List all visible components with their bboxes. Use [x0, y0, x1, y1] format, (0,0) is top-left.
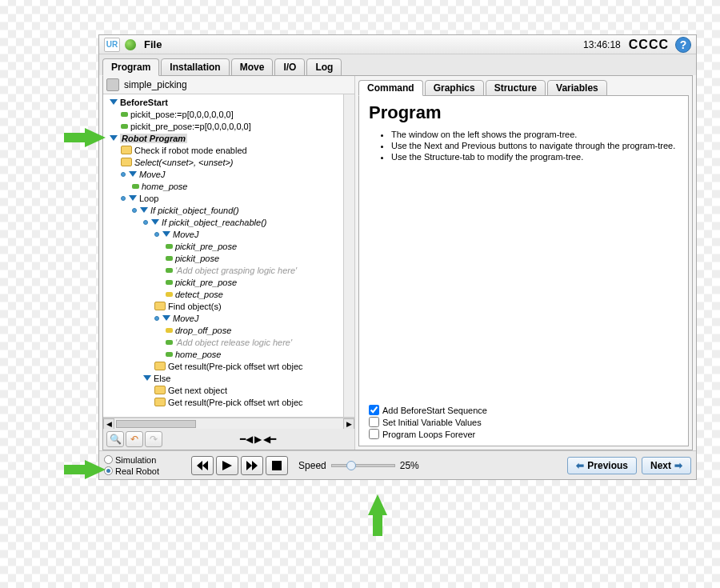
tree-row[interactable]: MoveJ	[103, 312, 354, 324]
tree-row[interactable]: Else	[103, 372, 354, 384]
stop-button[interactable]	[266, 456, 288, 475]
tree-row[interactable]: 'Add object release logic here'	[103, 336, 354, 348]
check-loops[interactable]: Program Loops Forever	[369, 429, 678, 439]
node-connector-icon	[154, 232, 159, 237]
folder-icon	[154, 302, 166, 310]
status-cccc: CCCC	[629, 38, 669, 52]
tree-row[interactable]: home_pose	[103, 348, 354, 360]
tab-io[interactable]: I/O	[274, 58, 305, 76]
disk-icon[interactable]	[106, 78, 119, 91]
tree-node-label: 'Add object grasping logic here'	[175, 266, 297, 275]
tab-installation[interactable]: Installation	[161, 58, 229, 76]
check-loops-box[interactable]	[369, 429, 379, 439]
folder-icon	[154, 398, 166, 406]
tree-row[interactable]: pickit_pose	[103, 252, 354, 264]
expand-icon	[140, 207, 148, 213]
hscroll-left-icon[interactable]: ◀	[103, 418, 114, 430]
tree-row[interactable]: Check if robot mode enabled	[103, 144, 354, 156]
radio-real-robot[interactable]: Real Robot	[104, 466, 159, 477]
program-tree[interactable]: BeforeStartpickit_pose:=p[0,0,0,0,0,0]pi…	[103, 94, 354, 418]
check-initial-label: Set Initial Variable Values	[382, 418, 482, 427]
check-beforestart[interactable]: Add BeforeStart Sequence	[369, 405, 678, 415]
hscroll-right-icon[interactable]: ▶	[343, 418, 354, 430]
expand-icon	[129, 171, 137, 177]
tree-row[interactable]: BeforeStart	[103, 96, 354, 108]
sub-tab-variables[interactable]: Variables	[547, 80, 607, 96]
waypoint-icon	[166, 340, 173, 345]
tree-row[interactable]: Get result(Pre-pick offset wrt objec	[103, 360, 354, 372]
annotation-arrow-3	[368, 494, 387, 515]
left-panel: simple_picking BeforeStartpickit_pose:=p…	[103, 76, 355, 450]
tree-node-label: 'Add object release logic here'	[175, 338, 292, 347]
rewind-button[interactable]	[191, 456, 214, 475]
annotation-arrow-1	[85, 128, 106, 147]
tree-row[interactable]: 'Add object grasping logic here'	[103, 264, 354, 276]
top-bar: UR File 13:46:18 CCCC ?	[99, 35, 696, 54]
play-button[interactable]	[216, 456, 238, 475]
globe-icon[interactable]	[125, 39, 136, 50]
next-button[interactable]: Next ➡	[642, 457, 691, 474]
sub-tab-structure[interactable]: Structure	[486, 80, 546, 96]
program-name-bar: simple_picking	[103, 76, 354, 94]
tab-move[interactable]: Move	[231, 58, 274, 76]
tree-row[interactable]: home_pose	[103, 180, 354, 192]
media-next-icon[interactable]: ◀━	[263, 434, 276, 445]
tree-row[interactable]: drop_off_pose	[103, 324, 354, 336]
tree-node-label: Robot Program	[120, 134, 187, 143]
hint-1: The window on the left shows the program…	[391, 130, 678, 139]
waypoint-icon	[166, 268, 173, 273]
tree-node-label: BeforeStart	[120, 98, 168, 107]
tree-node-label: detect_pose	[175, 290, 223, 299]
previous-button-label: Previous	[587, 460, 628, 471]
search-button[interactable]: 🔍	[106, 431, 124, 447]
waypoint-icon	[121, 112, 128, 117]
folder-icon	[121, 146, 132, 154]
tree-row[interactable]: MoveJ	[103, 228, 354, 240]
node-connector-icon	[132, 208, 137, 213]
tree-row[interactable]: pickit_pre_pose	[103, 240, 354, 252]
tree-scrollbar-h[interactable]: ◀ ▶	[103, 418, 354, 429]
tree-row[interactable]: Robot Program	[103, 132, 354, 144]
help-icon[interactable]: ?	[675, 37, 691, 53]
hint-3: Use the Structure-tab to modify the prog…	[391, 152, 678, 162]
tree-row[interactable]: Get next object	[103, 384, 354, 396]
tree-row[interactable]: Select(<unset>, <unset>)	[103, 156, 354, 168]
svg-rect-0	[272, 461, 282, 470]
expand-icon	[143, 375, 151, 381]
forward-button[interactable]	[241, 456, 263, 475]
speed-slider[interactable]	[331, 464, 395, 467]
check-beforestart-box[interactable]	[369, 405, 379, 415]
speed-slider-thumb[interactable]	[346, 461, 356, 470]
hscroll-thumb[interactable]	[116, 420, 196, 428]
speed-value: 25%	[400, 460, 419, 471]
waypoint-alt-icon	[166, 328, 173, 333]
speed-label: Speed	[298, 460, 326, 471]
check-initial-box[interactable]	[369, 417, 379, 427]
sub-tab-graphics[interactable]: Graphics	[425, 80, 484, 96]
radio-simulation[interactable]: Simulation	[104, 454, 159, 466]
previous-button[interactable]: ⬅ Previous	[567, 457, 637, 474]
waypoint-icon	[166, 280, 173, 285]
tab-log[interactable]: Log	[306, 58, 342, 76]
tree-row[interactable]: Loop	[103, 192, 354, 204]
tree-row[interactable]: pickit_pre_pose	[103, 276, 354, 288]
file-menu[interactable]: File	[144, 38, 162, 50]
tree-scrollbar-v[interactable]	[343, 94, 354, 417]
tree-row[interactable]: Get result(Pre-pick offset wrt objec	[103, 396, 354, 408]
tree-row[interactable]: pickit_pre_pose:=p[0,0,0,0,0,0]	[103, 120, 354, 132]
media-prev-icon[interactable]: ━◀	[240, 434, 253, 445]
sub-tab-command[interactable]: Command	[358, 80, 423, 96]
node-connector-icon	[121, 172, 126, 177]
check-initial[interactable]: Set Initial Variable Values	[369, 417, 678, 427]
media-play-icon[interactable]: ▶	[254, 434, 262, 445]
tree-row[interactable]: pickit_pose:=p[0,0,0,0,0,0]	[103, 108, 354, 120]
tree-row[interactable]: MoveJ	[103, 168, 354, 180]
tree-node-label: pickit_pose:=p[0,0,0,0,0,0]	[130, 110, 234, 119]
redo-button[interactable]: ↷	[145, 431, 162, 447]
tree-row[interactable]: If pickit_object_reachable()	[103, 216, 354, 228]
tree-row[interactable]: detect_pose	[103, 288, 354, 300]
tree-row[interactable]: If pickit_object_found()	[103, 204, 354, 216]
tree-row[interactable]: Find object(s)	[103, 300, 354, 312]
undo-button[interactable]: ↶	[126, 431, 143, 447]
tab-program[interactable]: Program	[102, 58, 159, 76]
